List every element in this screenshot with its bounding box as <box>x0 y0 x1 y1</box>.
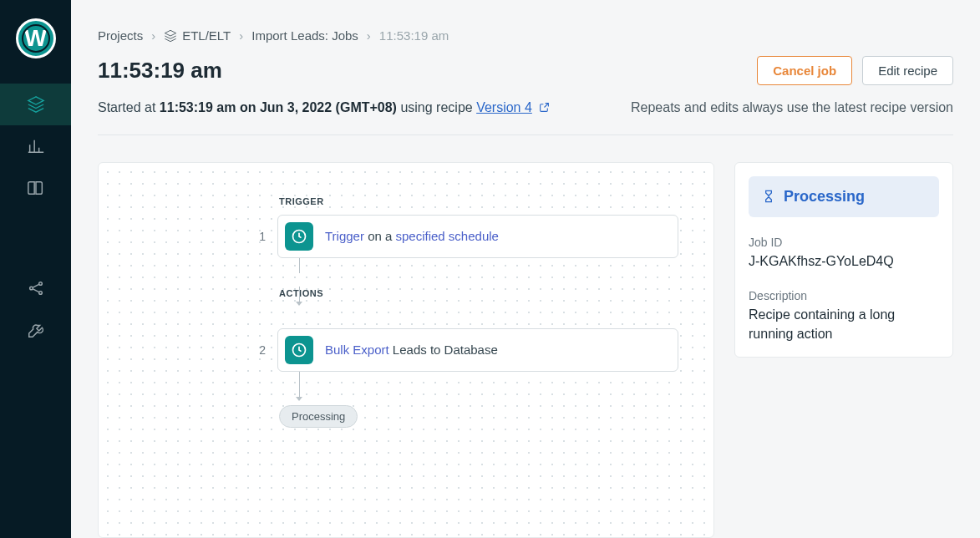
bar-chart-icon <box>27 137 45 155</box>
external-link-icon <box>539 101 550 116</box>
step-card-action[interactable]: Bulk Export Leads to Database <box>277 328 678 372</box>
meta-left: Started at 11:53:19 am on Jun 3, 2022 (G… <box>98 100 550 116</box>
chevron-right-icon: › <box>367 28 371 43</box>
description-value: Recipe containing a long running action <box>749 306 939 343</box>
status-banner: Processing <box>749 176 939 217</box>
edit-recipe-button[interactable]: Edit recipe <box>862 56 953 85</box>
nav-analytics[interactable] <box>0 125 71 167</box>
content-row: TRIGGER 1 Trigger on a specified schedul… <box>98 162 953 538</box>
connector-line <box>295 258 303 288</box>
step-number-2: 2 <box>249 343 266 357</box>
step-card-trigger[interactable]: Trigger on a specified schedule <box>277 215 678 258</box>
cancel-job-button[interactable]: Cancel job <box>757 56 852 85</box>
step-2-highlight-1: Bulk Export <box>325 343 389 357</box>
flow-canvas: TRIGGER 1 Trigger on a specified schedul… <box>98 162 714 538</box>
header-row: 11:53:19 am Cancel job Edit recipe <box>98 56 953 85</box>
wrench-icon <box>27 321 45 339</box>
svg-point-0 <box>29 287 33 290</box>
main-content: Projects › ETL/ELT › Import Leads: Jobs … <box>71 0 980 538</box>
connector-arrow <box>295 372 303 405</box>
side-panel: Processing Job ID J-KGAKfhsz-GYoLeD4Q De… <box>734 162 953 358</box>
breadcrumb-projects[interactable]: Projects <box>98 28 143 43</box>
job-id-value: J-KGAKfhsz-GYoLeD4Q <box>749 252 939 271</box>
sidebar: W <box>0 0 71 538</box>
svg-point-1 <box>38 282 42 286</box>
hourglass-icon <box>762 190 775 203</box>
nav-library[interactable] <box>0 167 71 209</box>
clock-icon <box>285 336 313 364</box>
job-id-label: Job ID <box>749 236 939 249</box>
clock-icon <box>285 222 313 251</box>
breadcrumb: Projects › ETL/ELT › Import Leads: Jobs … <box>98 28 953 43</box>
chevron-right-icon: › <box>239 28 243 43</box>
description-label: Description <box>749 289 939 302</box>
nav-tools[interactable] <box>0 309 71 351</box>
trigger-section-label: TRIGGER <box>279 196 713 206</box>
breadcrumb-folder-label: ETL/ELT <box>182 28 231 43</box>
book-icon <box>27 179 45 197</box>
using-recipe-text: using recipe <box>397 100 476 114</box>
processing-pill: Processing <box>279 405 358 428</box>
nav-connections[interactable] <box>0 267 71 309</box>
step-number-1: 1 <box>249 230 266 243</box>
logo-letter: W <box>24 25 46 52</box>
step-row-2: 2 Bulk Export Leads to Database <box>249 328 713 372</box>
page-title: 11:53:19 am <box>98 58 222 84</box>
started-time: 11:53:19 am on Jun 3, 2022 (GMT+08) <box>160 100 397 114</box>
divider <box>98 134 953 135</box>
logo[interactable]: W <box>16 18 56 58</box>
stack-icon <box>27 95 45 114</box>
step-1-highlight-1: Trigger <box>325 229 364 243</box>
step-1-highlight-2: specified schedule <box>396 229 499 243</box>
step-2-plain: Leads to Database <box>389 343 498 357</box>
started-prefix: Started at <box>98 100 160 114</box>
breadcrumb-folder[interactable]: ETL/ELT <box>164 28 231 43</box>
share-icon <box>27 279 45 297</box>
stack-icon <box>164 29 177 43</box>
version-link[interactable]: Version 4 <box>476 100 532 114</box>
connector-arrow <box>295 287 303 328</box>
step-text-1: Trigger on a specified schedule <box>325 229 499 243</box>
svg-point-2 <box>38 292 42 295</box>
step-text-2: Bulk Export Leads to Database <box>325 343 498 357</box>
meta-right-note: Repeats and edits always use the latest … <box>631 100 953 115</box>
breadcrumb-jobs[interactable]: Import Leads: Jobs <box>251 28 358 43</box>
step-row-1: 1 Trigger on a specified schedule <box>249 215 713 258</box>
step-1-plain: on a <box>364 229 396 243</box>
status-banner-title: Processing <box>784 188 865 206</box>
nav-projects[interactable] <box>0 84 71 125</box>
header-buttons: Cancel job Edit recipe <box>757 56 953 85</box>
breadcrumb-current: 11:53:19 am <box>379 28 449 43</box>
meta-row: Started at 11:53:19 am on Jun 3, 2022 (G… <box>98 100 953 116</box>
actions-section-label: ACTIONS <box>279 288 713 298</box>
chevron-right-icon: › <box>151 28 155 43</box>
